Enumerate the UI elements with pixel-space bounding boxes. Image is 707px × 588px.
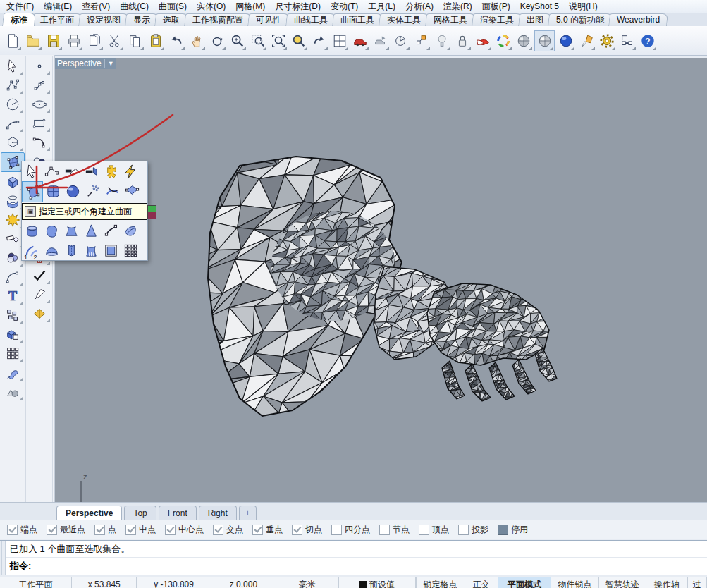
select-pointer-button[interactable] <box>1 57 24 75</box>
copy-button[interactable] <box>125 31 145 51</box>
curve-fillet-button[interactable] <box>1 268 24 286</box>
polygon-button[interactable] <box>1 133 24 152</box>
menu-item-5[interactable]: 实体(O) <box>192 0 230 13</box>
popup-pointer-button[interactable] <box>22 161 42 181</box>
viewport-tab-front[interactable]: Front <box>159 506 197 520</box>
status-7[interactable]: 正交 <box>465 577 498 588</box>
paste-button[interactable] <box>146 31 165 51</box>
circle-button[interactable] <box>1 95 24 114</box>
popup-cone-surface-button[interactable] <box>81 221 101 240</box>
menu-item-2[interactable]: 查看(V) <box>77 0 115 13</box>
new-file-button[interactable] <box>3 31 22 51</box>
toolbar-tab-4[interactable]: 选取 <box>154 13 188 26</box>
hide-objects-button[interactable] <box>371 31 390 51</box>
popup-patch-button[interactable] <box>43 181 63 201</box>
viewport-tab-right[interactable]: Right <box>199 506 237 520</box>
boolean-union-button[interactable] <box>1 325 24 343</box>
status-11[interactable]: 操作轴 <box>646 577 688 588</box>
popup-plane-frame-button[interactable] <box>101 240 121 260</box>
perspective-viewport[interactable]: z x y Perspective ▼ <box>55 58 707 502</box>
shaded-viewport-button[interactable] <box>473 31 492 51</box>
add-viewport-tab-button[interactable]: + <box>239 506 257 520</box>
menu-item-7[interactable]: 尺寸标注(D) <box>270 0 326 13</box>
toolbar-tab-13[interactable]: 5.0 的新功能 <box>548 13 613 26</box>
viewport-tab-perspective[interactable]: Perspective <box>56 506 122 520</box>
menu-item-6[interactable]: 网格(M) <box>230 0 270 13</box>
single-point-button[interactable] <box>28 57 51 75</box>
osnap-5[interactable]: 交点 <box>213 524 243 536</box>
menu-item-10[interactable]: 分析(A) <box>400 0 438 13</box>
checkbox-icon[interactable] <box>7 525 18 535</box>
popup-gear-puzzle-button[interactable] <box>101 161 121 181</box>
popup-spray-button[interactable] <box>82 181 102 201</box>
ellipse-button[interactable] <box>28 95 51 114</box>
menu-item-3[interactable]: 曲线(C) <box>115 0 154 13</box>
toolbar-tab-6[interactable]: 可见性 <box>247 13 290 26</box>
lock-button[interactable] <box>453 31 472 51</box>
chevron-down-icon[interactable]: ▼ <box>108 60 114 67</box>
status-6[interactable]: 锁定格点 <box>417 577 465 588</box>
undo-button[interactable] <box>166 31 185 51</box>
arc-button[interactable] <box>1 114 24 133</box>
twist-button[interactable] <box>1 363 24 381</box>
osnap-4[interactable]: 中心点 <box>165 524 204 536</box>
boolean-difference-button[interactable] <box>1 382 24 400</box>
menu-item-14[interactable]: 说明(H) <box>564 0 603 13</box>
status-9[interactable]: 物件锁点 <box>551 577 598 588</box>
osnap-disable[interactable]: 停用 <box>498 524 528 536</box>
zoom-window-button[interactable] <box>248 31 267 51</box>
render-color-button[interactable] <box>493 31 512 51</box>
toolbar-tab-2[interactable]: 设定视图 <box>78 13 129 26</box>
curve-interpolate-button[interactable] <box>28 76 51 94</box>
osnap-10[interactable]: 顶点 <box>419 524 449 536</box>
open-file-button[interactable] <box>23 31 42 51</box>
toolbar-tab-5[interactable]: 工作视窗配置 <box>184 13 252 26</box>
toolbar-tab-11[interactable]: 渲染工具 <box>472 13 522 26</box>
options-gear-button[interactable] <box>597 31 616 51</box>
osnap-0[interactable]: 端点 <box>7 524 37 536</box>
toolbar-tab-10[interactable]: 网格工具 <box>425 13 476 26</box>
popup-sphere-button[interactable] <box>63 181 82 201</box>
array-grid-button[interactable] <box>1 344 24 362</box>
status-12[interactable]: 过 <box>688 577 707 588</box>
checkbox-icon[interactable] <box>125 525 136 535</box>
visibility-button[interactable] <box>391 31 410 51</box>
cut-button[interactable] <box>105 31 124 51</box>
ghosted-mode-button[interactable] <box>534 30 555 51</box>
shaded-mode-button[interactable] <box>514 31 533 51</box>
toolbar-tab-14[interactable]: Weaverbird <box>608 13 668 26</box>
toolbar-tab-12[interactable]: 出图 <box>518 13 552 26</box>
undo-view-button[interactable] <box>309 31 328 51</box>
osnap-9[interactable]: 节点 <box>379 524 410 536</box>
zoom-dynamic-button[interactable] <box>228 31 247 51</box>
rendered-mode-button[interactable] <box>556 31 575 51</box>
copy-objects-button[interactable] <box>1 306 24 324</box>
popup-sweep-1-2-button[interactable]: 1 2 <box>22 240 42 260</box>
checkbox-icon[interactable] <box>47 525 57 535</box>
copy-page-button[interactable] <box>85 31 104 51</box>
disable-checkbox-icon[interactable] <box>498 525 508 535</box>
popup-plane-3pt-button[interactable] <box>61 161 81 181</box>
popup-curve-2pt-button[interactable] <box>101 221 121 240</box>
menu-item-11[interactable]: 渲染(R) <box>438 0 477 13</box>
toolbar-tab-8[interactable]: 曲面工具 <box>332 13 383 26</box>
menu-item-12[interactable]: 面板(P) <box>477 0 515 13</box>
toolbar-tab-7[interactable]: 曲线工具 <box>285 13 336 26</box>
osnap-6[interactable]: 垂点 <box>252 524 283 536</box>
osnap-2[interactable]: 点 <box>94 524 116 536</box>
popup-dome-button[interactable] <box>42 240 61 260</box>
osnap-8[interactable]: 四分点 <box>331 524 370 536</box>
popup-extrude-button[interactable] <box>61 240 81 260</box>
command-prompt[interactable]: 指令: <box>6 558 707 575</box>
menu-item-9[interactable]: 工具(L) <box>363 0 400 13</box>
curve-blend-button[interactable] <box>28 133 51 152</box>
viewport-title-dropdown[interactable]: Perspective ▼ <box>55 58 116 69</box>
checkbox-icon[interactable] <box>379 525 390 535</box>
popup-control-points-button[interactable] <box>42 161 61 181</box>
point-edit-button[interactable] <box>412 31 431 51</box>
popup-drape-spiky-button[interactable] <box>81 240 101 260</box>
control-point-curve-button[interactable] <box>1 76 24 94</box>
toolbar-tab-3[interactable]: 显示 <box>125 13 159 26</box>
popup-curve-network-button[interactable] <box>102 181 122 201</box>
pan-button[interactable] <box>187 31 206 51</box>
